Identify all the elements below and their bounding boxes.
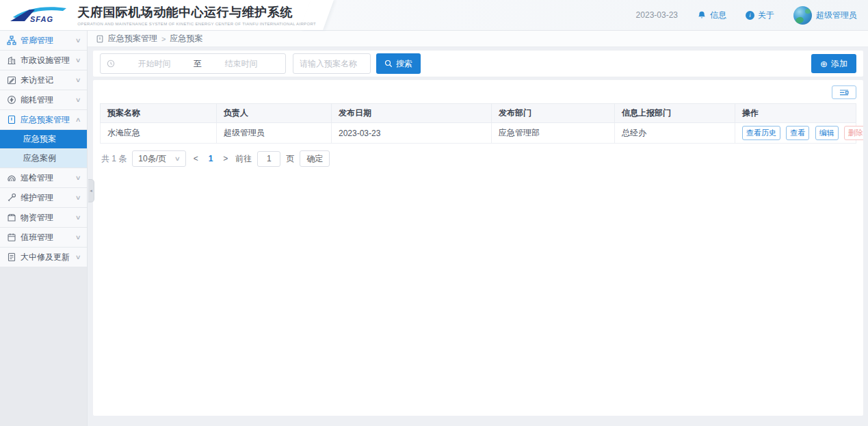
sidebar-subitem-label: 应急案例 <box>23 152 56 164</box>
sidebar-item-label: 物资管理 <box>21 212 53 224</box>
box-icon <box>7 213 16 222</box>
table-row: 水淹应急 超级管理员 2023-03-23 应急管理部 总经办 查看历史 查看 … <box>101 123 856 144</box>
start-date-placeholder: 开始时间 <box>116 58 192 70</box>
add-button[interactable]: ⊕ 添加 <box>811 54 856 73</box>
notifications-label: 信息 <box>710 10 726 21</box>
column-settings-icon <box>839 88 850 96</box>
filter-bar: 开始时间 至 结束时间 搜索 ⊕ 添加 <box>93 51 863 77</box>
sidebar-item-maintenance[interactable]: 维护管理 ∨ <box>0 188 87 208</box>
plus-circle-icon: ⊕ <box>820 59 828 68</box>
building-icon <box>7 55 16 65</box>
page-size-select[interactable]: 10条/页 ∨ <box>132 150 185 167</box>
sidebar-item-pipe-gallery[interactable]: 管廊管理 ∨ <box>0 31 87 51</box>
page-size-value: 10条/页 <box>138 153 166 165</box>
prev-page-button[interactable]: < <box>192 154 200 163</box>
sidebar-item-emergency-plan-mgmt[interactable]: 应急预案管理 ∧ <box>0 110 87 130</box>
breadcrumb-doc-icon <box>96 35 104 43</box>
table-header-row: 预案名称 负责人 发布日期 发布部门 信息上报部门 操作 <box>101 104 856 123</box>
sidebar-subitem-emergency-case[interactable]: 应急案例 <box>0 149 87 168</box>
goto-label: 前往 <box>235 153 252 165</box>
add-label: 添加 <box>831 58 847 70</box>
sidebar-item-energy[interactable]: 能耗管理 ∨ <box>0 90 87 110</box>
app-window: SFAG 天府国际机场动能中心运行与维护系统 OPERATION AND MAI… <box>0 0 868 426</box>
bell-icon <box>697 10 707 20</box>
table-toolbar <box>100 85 856 99</box>
chevron-down-icon: ∨ <box>75 254 81 261</box>
sidebar-collapse-handle[interactable]: ◂ <box>88 179 94 202</box>
chevron-down-icon: ∨ <box>75 214 81 221</box>
collapse-arrow-icon: ◂ <box>90 188 92 194</box>
total-count: 共 1 条 <box>101 153 127 165</box>
cell-publish-date: 2023-03-23 <box>332 123 492 144</box>
sitemap-icon <box>7 36 16 45</box>
confirm-button[interactable]: 确定 <box>300 150 330 167</box>
current-page[interactable]: 1 <box>206 154 216 163</box>
energy-icon <box>7 95 16 105</box>
header-date: 2023-03-23 <box>636 10 678 20</box>
delete-button[interactable]: 删除 <box>844 126 863 140</box>
document-icon <box>7 252 16 262</box>
date-range-picker[interactable]: 开始时间 至 结束时间 <box>100 53 286 74</box>
header-cell-owner: 负责人 <box>217 104 332 123</box>
goto-page-input[interactable] <box>257 151 280 167</box>
sidebar-item-label: 管廊管理 <box>21 35 53 46</box>
plan-name-input[interactable] <box>293 53 371 74</box>
emergency-doc-icon <box>7 115 16 124</box>
cell-actions: 查看历史 查看 编辑 删除 <box>735 123 856 144</box>
sidebar-item-visitor-registration[interactable]: 来访登记 ∨ <box>0 70 87 90</box>
svg-text:SFAG: SFAG <box>30 15 53 23</box>
sidebar-subitem-label: 应急预案 <box>23 133 56 145</box>
sidebar-item-label: 值班管理 <box>21 232 53 243</box>
clock-icon <box>107 59 115 68</box>
username: 超级管理员 <box>816 10 857 21</box>
chevron-up-icon: ∧ <box>75 116 81 123</box>
breadcrumb: 应急预案管理 > 应急预案 <box>88 31 868 47</box>
cell-publish-dept: 应急管理部 <box>492 123 615 144</box>
header-cell-report-dept: 信息上报部门 <box>615 104 735 123</box>
about-label: 关于 <box>758 10 774 21</box>
chevron-down-icon: ∨ <box>75 57 81 64</box>
chevron-down-icon: ∨ <box>75 77 81 83</box>
edit-button[interactable]: 编辑 <box>815 126 839 140</box>
sidebar-item-inspection[interactable]: 巡检管理 ∨ <box>0 168 87 188</box>
header-cell-publish-dept: 发布部门 <box>492 104 615 123</box>
chevron-down-icon: ∨ <box>174 155 181 162</box>
chevron-down-icon: ∨ <box>75 37 81 44</box>
content-area: 开始时间 至 结束时间 搜索 ⊕ 添加 <box>88 47 868 426</box>
calendar-icon <box>7 232 16 242</box>
next-page-button[interactable]: > <box>221 154 230 163</box>
breadcrumb-link-section[interactable]: 应急预案管理 <box>108 33 157 44</box>
sidebar-item-overhaul[interactable]: 大中修及更新 ∨ <box>0 248 87 267</box>
cell-report-dept: 总经办 <box>615 123 735 144</box>
sidebar-item-municipal[interactable]: 市政设施管理 ∨ <box>0 51 87 70</box>
edit-icon <box>7 75 16 85</box>
header-cell-plan-name: 预案名称 <box>101 104 217 123</box>
notifications-button[interactable]: 信息 <box>697 10 726 21</box>
chevron-down-icon: ∨ <box>75 194 81 201</box>
pagination: 共 1 条 10条/页 ∨ < 1 > 前往 页 确定 <box>100 150 856 167</box>
view-button[interactable]: 查看 <box>786 126 809 140</box>
sidebar-item-label: 大中修及更新 <box>21 252 70 263</box>
search-button[interactable]: 搜索 <box>376 53 421 74</box>
app-subtitle: OPERATION AND MAINTENANCE SYSTEM OF KINE… <box>77 22 316 26</box>
table-card: 预案名称 负责人 发布日期 发布部门 信息上报部门 操作 水淹应急 超级管理员 <box>93 80 863 416</box>
user-menu[interactable]: 超级管理员 <box>793 6 857 25</box>
search-label: 搜索 <box>396 58 412 70</box>
sidebar-item-duty[interactable]: 值班管理 ∨ <box>0 228 87 248</box>
avatar <box>793 6 812 25</box>
header-cell-publish-date: 发布日期 <box>332 104 492 123</box>
sidebar: 管廊管理 ∨ 市政设施管理 ∨ 来访登记 ∨ 能耗管理 ∨ 应急预案管理 ∧ 应… <box>0 31 88 426</box>
app-logo: SFAG <box>0 5 77 25</box>
cell-plan-name: 水淹应急 <box>101 123 217 144</box>
end-date-placeholder: 结束时间 <box>203 58 279 70</box>
plans-table: 预案名称 负责人 发布日期 发布部门 信息上报部门 操作 水淹应急 超级管理员 <box>100 103 856 144</box>
column-settings-button[interactable] <box>832 85 856 99</box>
sidebar-subitem-emergency-plan[interactable]: 应急预案 <box>0 130 87 149</box>
about-button[interactable]: 关于 <box>746 10 774 21</box>
sidebar-item-label: 巡检管理 <box>21 172 53 184</box>
header-actions: 2023-03-23 信息 关于 超级管理员 <box>636 6 868 25</box>
page-unit-label: 页 <box>286 153 294 165</box>
range-separator: 至 <box>192 58 203 70</box>
sidebar-item-materials[interactable]: 物资管理 ∨ <box>0 208 87 228</box>
view-history-button[interactable]: 查看历史 <box>742 126 780 140</box>
